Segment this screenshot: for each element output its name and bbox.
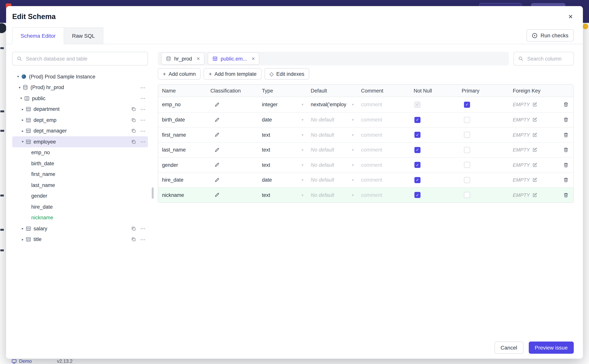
copy-icon[interactable] xyxy=(131,107,136,112)
not-null-checkbox[interactable]: ✓ xyxy=(415,132,421,138)
tree-item-last-name[interactable]: last_name xyxy=(12,180,148,191)
more-icon[interactable]: ⋯ xyxy=(140,117,146,123)
caret-right-icon[interactable]: ▸ xyxy=(20,107,26,111)
default-select[interactable]: No default▾ xyxy=(307,128,357,142)
classification-edit-icon[interactable] xyxy=(214,132,220,138)
caret-down-icon[interactable]: ▾ xyxy=(17,86,22,90)
edit-foreign-key-icon[interactable] xyxy=(532,132,537,137)
primary-checkbox[interactable]: ✓ xyxy=(464,102,470,108)
tab-schema-editor[interactable]: Schema Editor xyxy=(12,27,64,44)
caret-down-icon[interactable]: ▾ xyxy=(18,97,24,100)
primary-checkbox[interactable] xyxy=(464,132,470,138)
comment-input[interactable]: comment xyxy=(361,162,382,168)
cancel-button[interactable]: Cancel xyxy=(495,342,523,354)
delete-column-icon[interactable] xyxy=(563,177,569,183)
delete-column-icon[interactable] xyxy=(563,117,569,123)
type-select[interactable]: text▾ xyxy=(258,188,307,202)
tree-item-employee[interactable]: ▾employee⋯ xyxy=(12,136,148,147)
comment-input[interactable]: comment xyxy=(361,147,382,153)
tree-item-public[interactable]: ▾public⋯ xyxy=(12,93,148,104)
editor-tab-hr-prod[interactable]: hr_prod✕ xyxy=(161,52,204,65)
copy-icon[interactable] xyxy=(131,237,136,242)
default-select[interactable]: nextval('employ▾ xyxy=(307,97,357,112)
copy-icon[interactable] xyxy=(131,226,136,231)
delete-column-icon[interactable] xyxy=(563,102,569,108)
edit-indexes-button[interactable]: ◇Edit indexes xyxy=(265,68,309,80)
caret-right-icon[interactable]: ▸ xyxy=(20,129,26,133)
default-select[interactable]: No default▾ xyxy=(307,188,357,202)
more-icon[interactable]: ⋯ xyxy=(140,237,146,242)
primary-checkbox[interactable] xyxy=(464,147,470,153)
classification-edit-icon[interactable] xyxy=(214,102,220,107)
default-select[interactable]: No default▾ xyxy=(307,112,357,127)
tree-item-nickname[interactable]: nickname xyxy=(12,212,148,223)
run-checks-button[interactable]: Run checks xyxy=(527,29,574,41)
caret-down-icon[interactable]: ▾ xyxy=(15,75,21,79)
copy-icon[interactable] xyxy=(131,118,136,123)
type-select[interactable]: date▾ xyxy=(258,173,307,187)
edit-foreign-key-icon[interactable] xyxy=(532,178,537,182)
primary-checkbox[interactable] xyxy=(464,117,470,123)
type-select[interactable]: text▾ xyxy=(258,128,307,142)
tree-item-prod-hr-prod[interactable]: ▾(Prod) hr_prod⋯ xyxy=(12,82,148,93)
tree-item-prod-prod-sample-instance[interactable]: ▾(Prod) Prod Sample Instance xyxy=(12,71,148,82)
classification-edit-icon[interactable] xyxy=(214,147,220,153)
primary-checkbox[interactable] xyxy=(464,192,470,198)
not-null-checkbox[interactable]: ✓ xyxy=(415,192,421,198)
close-tab-icon[interactable]: ✕ xyxy=(196,56,200,61)
edit-foreign-key-icon[interactable] xyxy=(532,102,537,107)
delete-column-icon[interactable] xyxy=(563,147,569,153)
edit-foreign-key-icon[interactable] xyxy=(532,162,537,168)
add-from-template-button[interactable]: +Add from template xyxy=(204,68,261,80)
classification-edit-icon[interactable] xyxy=(214,177,220,183)
tree-item-dept-emp[interactable]: ▸dept_emp⋯ xyxy=(12,115,148,125)
not-null-checkbox[interactable]: ✓ xyxy=(415,147,421,153)
edit-foreign-key-icon[interactable] xyxy=(532,193,537,198)
classification-edit-icon[interactable] xyxy=(214,117,220,123)
copy-icon[interactable] xyxy=(131,139,136,144)
preview-issue-button[interactable]: Preview issue xyxy=(529,342,574,354)
more-icon[interactable]: ⋯ xyxy=(140,96,146,101)
not-null-checkbox[interactable]: ✓ xyxy=(415,102,421,108)
primary-checkbox[interactable] xyxy=(464,162,470,168)
default-select[interactable]: No default▾ xyxy=(307,158,357,172)
comment-input[interactable]: comment xyxy=(361,132,382,138)
panel-resizer[interactable] xyxy=(148,52,158,337)
search-database-input[interactable] xyxy=(25,55,143,62)
type-select[interactable]: text▾ xyxy=(258,158,307,172)
more-icon[interactable]: ⋯ xyxy=(140,128,146,134)
classification-edit-icon[interactable] xyxy=(214,192,220,198)
search-column-input[interactable] xyxy=(527,55,569,62)
comment-input[interactable]: comment xyxy=(361,177,382,183)
caret-right-icon[interactable]: ▸ xyxy=(20,227,26,231)
delete-column-icon[interactable] xyxy=(563,162,569,168)
delete-column-icon[interactable] xyxy=(563,192,569,198)
copy-icon[interactable] xyxy=(131,129,136,133)
tree-item-emp-no[interactable]: emp_no xyxy=(12,147,148,158)
default-select[interactable]: No default▾ xyxy=(307,143,357,157)
more-icon[interactable]: ⋯ xyxy=(140,226,146,231)
not-null-checkbox[interactable]: ✓ xyxy=(415,117,421,123)
default-select[interactable]: No default▾ xyxy=(307,173,357,187)
demo-link[interactable]: Demo xyxy=(11,358,32,364)
comment-input[interactable]: comment xyxy=(361,117,382,123)
tree-item-first-name[interactable]: first_name xyxy=(12,169,148,180)
not-null-checkbox[interactable]: ✓ xyxy=(415,177,421,183)
close-tab-icon[interactable]: ✕ xyxy=(252,56,255,61)
scrollbar-thumb[interactable] xyxy=(152,187,154,199)
type-select[interactable]: text▾ xyxy=(258,143,307,157)
primary-checkbox[interactable] xyxy=(464,177,470,183)
edit-foreign-key-icon[interactable] xyxy=(532,148,537,152)
more-icon[interactable]: ⋯ xyxy=(140,85,146,90)
more-icon[interactable]: ⋯ xyxy=(140,107,146,112)
caret-down-icon[interactable]: ▾ xyxy=(20,140,26,144)
tree-item-salary[interactable]: ▸salary⋯ xyxy=(12,223,148,234)
comment-input[interactable]: comment xyxy=(361,192,382,198)
tree-item-hire-date[interactable]: hire_date xyxy=(12,202,148,212)
comment-input[interactable]: comment xyxy=(361,102,382,108)
tree-item-dept-manager[interactable]: ▸dept_manager⋯ xyxy=(12,125,148,136)
close-button[interactable]: ✕ xyxy=(567,12,575,21)
type-select[interactable]: date▾ xyxy=(258,112,307,127)
tree-item-gender[interactable]: gender xyxy=(12,191,148,202)
more-icon[interactable]: ⋯ xyxy=(140,139,146,144)
